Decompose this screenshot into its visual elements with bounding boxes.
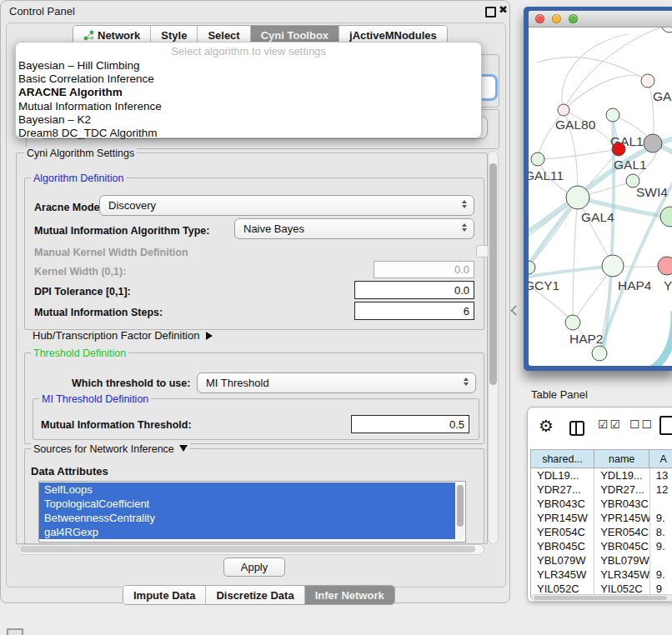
which-threshold-select[interactable]: MI Threshold: [197, 372, 476, 393]
node-label: HAP2: [569, 332, 604, 346]
table-row[interactable]: YDR27...YDR27...12: [531, 482, 672, 497]
table-cell: 9.: [650, 511, 672, 525]
node-label: GAL: [653, 89, 672, 103]
table-cell: 12: [650, 482, 672, 497]
algorithm-option[interactable]: Dream8 DC_TDC Algorithm: [16, 127, 481, 140]
network-node[interactable]: [644, 134, 662, 152]
tab-discretize-data[interactable]: Discretize Data: [206, 586, 304, 604]
algorithm-option[interactable]: Bayesian – K2: [16, 113, 481, 127]
algorithm-option[interactable]: Bayesian – Hill Climbing: [16, 59, 481, 72]
network-node-gal4[interactable]: [566, 186, 589, 209]
column-header-partial[interactable]: A: [649, 450, 672, 468]
spinner-arrows-icon: [464, 378, 469, 386]
network-edge-bright: [652, 311, 672, 366]
table-cell: YPR145W: [594, 511, 650, 525]
algorithm-option[interactable]: ARACNE Algorithm: [16, 86, 481, 99]
network-node-y[interactable]: [658, 257, 672, 275]
network-canvas[interactable]: GAL80GALGAL10GAL1GAL11SWI4GAL4GCY1HAP4YH…: [529, 28, 672, 366]
settings-horizontal-scrollbar[interactable]: [18, 544, 484, 555]
list-vertical-scrollbar[interactable]: [456, 483, 464, 540]
node-label: GAL4: [581, 210, 614, 224]
gear-icon[interactable]: ⚙: [539, 416, 554, 436]
scrollbar-thumb[interactable]: [489, 163, 497, 385]
network-node[interactable]: [592, 346, 607, 361]
table-row[interactable]: YBR043CYBR043C: [531, 497, 672, 511]
node-label: HAP4: [618, 278, 652, 292]
data-attributes-list[interactable]: SelfLoopsTopologicalCoefficientBetweenne…: [38, 481, 466, 542]
zoom-window-icon[interactable]: [569, 14, 578, 23]
sources-group-title[interactable]: Sources for Network Inference: [31, 443, 190, 455]
table-cell: 9.: [650, 539, 672, 553]
algorithm-option[interactable]: Mutual Information Inference: [16, 100, 481, 113]
manual-kernel-width-label: Manual Kernel Width Definition: [34, 247, 188, 258]
network-node-gal10[interactable]: [606, 108, 619, 122]
table-row[interactable]: YBR045CYBR045C9.: [531, 539, 672, 553]
new-table-icon[interactable]: [659, 416, 672, 435]
tab-infer-network[interactable]: Infer Network: [305, 586, 394, 604]
column-header-name[interactable]: name: [594, 450, 649, 468]
tab-impute-data[interactable]: Impute Data: [123, 586, 206, 604]
tab-label: Cyni Toolbox: [261, 29, 328, 42]
manual-kernel-width-checkbox[interactable]: [476, 245, 489, 258]
network-node-gcy1[interactable]: [529, 261, 535, 274]
network-node-gal11[interactable]: [531, 152, 544, 166]
minimize-window-icon[interactable]: [552, 14, 561, 23]
network-node-gal80[interactable]: [558, 104, 569, 116]
dpi-tolerance-field[interactable]: 0.0: [354, 281, 474, 299]
table-cell: YDL19...: [594, 468, 650, 482]
table-cell: [650, 497, 672, 511]
expand-right-icon[interactable]: [206, 332, 213, 340]
table-row[interactable]: YDL19...YDL19...13: [531, 468, 672, 482]
table-toolbar: ⚙ ☑☑ ☐☐: [528, 408, 672, 449]
network-node-hap2[interactable]: [565, 315, 580, 330]
network-node[interactable]: [661, 28, 672, 32]
network-node-hap4[interactable]: [602, 255, 624, 277]
attribute-item[interactable]: SelfLoops: [39, 482, 455, 497]
table-cell: YIL052C: [594, 582, 650, 594]
scrollbar-thumb[interactable]: [20, 546, 475, 552]
column-header-shared-name[interactable]: shared...: [531, 450, 594, 468]
network-window-titlebar[interactable]: [529, 11, 672, 28]
columns-icon[interactable]: [569, 421, 584, 436]
table-cell: YBR043C: [594, 497, 650, 511]
mi-threshold-label: Mutual Information Threshold:: [41, 419, 192, 431]
collapse-down-icon[interactable]: [179, 445, 188, 452]
mi-algorithm-type-select[interactable]: Naive Bayes: [234, 218, 474, 239]
network-view-frame: GAL80GALGAL10GAL1GAL11SWI4GAL4GCY1HAP4YH…: [524, 7, 672, 371]
mi-steps-field[interactable]: 6: [354, 302, 474, 320]
attribute-item[interactable]: gal4RGexp: [39, 525, 455, 539]
table-horizontal-scrollbar[interactable]: [531, 594, 672, 602]
table-row[interactable]: YLR345WYLR345W9.: [531, 568, 672, 582]
close-panel-icon[interactable]: ✖: [499, 3, 508, 16]
close-window-icon[interactable]: [535, 14, 544, 23]
table-row[interactable]: YBL079WYBL079W: [531, 553, 672, 568]
apply-button[interactable]: Apply: [223, 558, 285, 577]
node-label: GAL80: [555, 118, 596, 132]
scrollbar-thumb[interactable]: [457, 485, 464, 527]
kernel-width-field[interactable]: 0.0: [374, 261, 474, 278]
attribute-item[interactable]: BetweennessCentrality: [39, 511, 455, 525]
panel-splitter-handle[interactable]: [510, 305, 521, 316]
unselect-all-checkboxes-icon[interactable]: ☐☐: [629, 418, 654, 431]
table-cell: YBR045C: [531, 539, 594, 553]
attribute-item[interactable]: TopologicalCoefficient: [39, 497, 455, 511]
network-node-gal1[interactable]: [612, 142, 625, 156]
settings-vertical-scrollbar[interactable]: [488, 151, 499, 544]
network-node-gal[interactable]: [641, 74, 654, 88]
table-cell: YDR27...: [594, 482, 650, 497]
scrollbar-thumb[interactable]: [534, 596, 667, 600]
network-node[interactable]: [660, 207, 672, 227]
mi-threshold-field[interactable]: 0.5: [351, 415, 469, 433]
aracne-mode-select[interactable]: Discovery: [99, 195, 474, 216]
select-all-checkboxes-icon[interactable]: ☑☑: [598, 418, 622, 431]
float-panel-icon[interactable]: [485, 7, 496, 18]
algorithm-option[interactable]: Basic Correlation Inference: [16, 72, 481, 86]
table-row[interactable]: YPR145WYPR145W9.: [531, 511, 672, 525]
table-row[interactable]: YIL052CYIL052C9: [531, 582, 672, 594]
table-cell: 13: [650, 468, 672, 482]
hub-definition-section[interactable]: Hub/Transcription Factor Definition: [33, 329, 213, 342]
tab-label: jActiveMNodules: [349, 29, 437, 42]
table-row[interactable]: YER054CYER054C8.: [531, 525, 672, 539]
minimized-panel-icon[interactable]: [7, 628, 23, 635]
algorithm-popup-placeholder: Select algorithm to view settings: [16, 45, 481, 59]
